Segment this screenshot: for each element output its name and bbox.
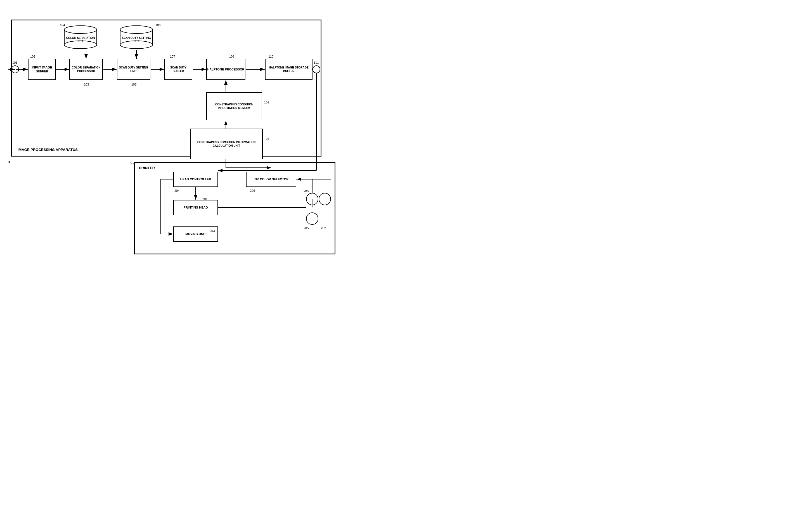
ref-103: 103 (84, 83, 89, 86)
ref-104: 104 (60, 23, 65, 27)
ref-2: 2~ (130, 161, 135, 165)
apparatus-label: IMAGE PROCESSING APPARATUS (18, 147, 78, 152)
ref-1-actual: 1 (8, 165, 10, 169)
ink-circle-1 (306, 193, 318, 205)
ink-color-selector: INK COLOR SELECTOR (246, 172, 296, 187)
ref-206: 206 (250, 189, 255, 192)
halftone-image-storage-buffer: HALFTONE IMAGE STORAGE BUFFER (265, 59, 313, 80)
head-controller: HEAD CONTROLLER (173, 172, 218, 187)
image-processing-apparatus-box: IMAGE PROCESSING APPARATUS (11, 20, 321, 157)
color-separation-processor: COLOR SEPARATION PROCESSOR (69, 59, 103, 80)
scan-duty-lut: SCAN DUTY SETTING LUT (120, 25, 153, 50)
ref-110: 110 (268, 55, 273, 58)
input-image-buffer: INPUT IMAGE BUFFER (28, 59, 56, 80)
moving-unit: MOVING UNIT (173, 227, 218, 242)
scan-duty-buffer: SCAN DUTY BUFFER (164, 59, 192, 80)
ref-109: 109 (264, 101, 269, 104)
printer-box: PRINTER (134, 162, 336, 254)
constraining-condition-calc: CONSTRAINING CONDITION INFORMATION CALCU… (190, 129, 263, 159)
ref-1: 3 (8, 160, 10, 164)
ref-3: ~3 (265, 137, 269, 141)
circle-101 (11, 65, 19, 73)
lut-label-color: COLOR SEPARATION LUT (64, 36, 97, 43)
svg-point-40 (120, 26, 153, 33)
ref-204: 204 (175, 189, 180, 192)
ref-111: 111 (314, 61, 319, 64)
diagram: IMAGE PROCESSING APPARATUS 3 1 101 INPUT… (0, 0, 393, 266)
ref-201: 201 (202, 198, 207, 201)
ref-205b: 205 (304, 227, 308, 230)
color-separation-lut: COLOR SEPARATION LUT (64, 25, 97, 50)
ref-205a: 205 (304, 189, 308, 193)
ref-106: 106 (156, 23, 160, 27)
ref-203: 203 (210, 229, 215, 233)
ink-circle-2 (319, 193, 331, 205)
circle-111 (313, 65, 320, 73)
scan-duty-setting-unit: SCAN DUTY SETTING UNIT (117, 59, 151, 80)
ref-101: 101 (12, 61, 17, 64)
printing-head: PRINTING HEAD (173, 200, 218, 215)
ref-108: 108 (229, 55, 234, 58)
constraining-condition-memory: CONSTRAINING CONDITION INFORMATION MEMOR… (206, 92, 262, 120)
ref-202: 202 (321, 227, 326, 230)
lut-label-scan: SCAN DUTY SETTING LUT (120, 36, 153, 43)
ref-107: 107 (170, 55, 175, 58)
printer-label: PRINTER (139, 166, 155, 170)
ref-102: 102 (30, 55, 35, 58)
svg-point-36 (64, 26, 97, 33)
halftone-processor: HALFTONE PROCESSOR (206, 59, 246, 80)
ref-105: 105 (131, 83, 136, 86)
ink-circle-3 (306, 212, 318, 225)
